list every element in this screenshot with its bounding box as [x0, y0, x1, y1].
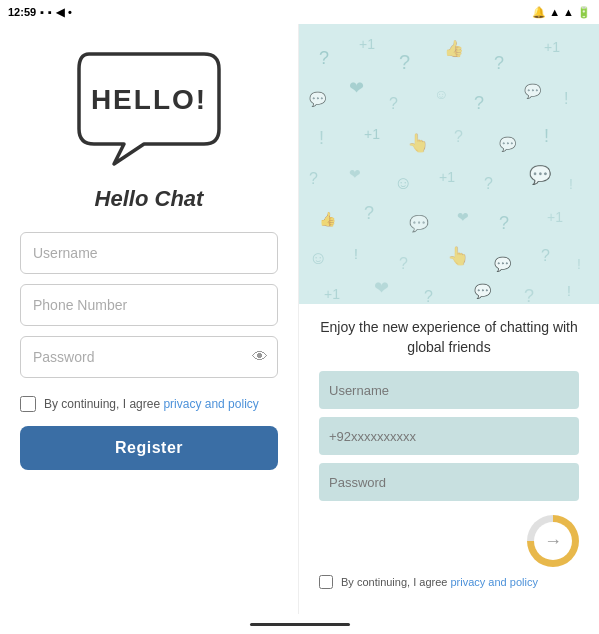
privacy-link[interactable]: privacy and policy: [163, 397, 258, 411]
bell-icon: 🔔: [532, 6, 546, 19]
svg-text:+1: +1: [547, 209, 563, 225]
svg-text:+1: +1: [439, 169, 455, 185]
svg-text:?: ?: [319, 48, 329, 68]
svg-text:HELLO!: HELLO!: [91, 84, 207, 115]
svg-text:?: ?: [309, 170, 318, 187]
username-group: [20, 232, 278, 274]
pattern-area: ? +1 ? 👍 ? +1 💬 ❤ ? ☺ ? 💬 ! ! +1 👆 ? 💬 !: [299, 24, 599, 304]
hello-bubble: HELLO!: [69, 44, 229, 174]
status-right: 🔔 ▲ ▲ 🔋: [532, 6, 591, 19]
svg-text:!: !: [577, 256, 581, 272]
right-password-input[interactable]: [319, 463, 579, 501]
register-button[interactable]: Register: [20, 426, 278, 470]
svg-text:?: ?: [484, 175, 493, 192]
notif-icon: ▪: [40, 6, 44, 18]
svg-text:❤: ❤: [374, 278, 389, 298]
right-username-input[interactable]: [319, 371, 579, 409]
phone-input[interactable]: [20, 284, 278, 326]
svg-text:☺: ☺: [434, 86, 448, 102]
password-input[interactable]: [20, 336, 278, 378]
terms-row: By continuing, I agree privacy and polic…: [20, 396, 278, 412]
svg-text:☺: ☺: [394, 173, 412, 193]
svg-text:!: !: [567, 283, 571, 299]
svg-text:?: ?: [424, 288, 433, 304]
svg-text:+1: +1: [359, 36, 375, 52]
svg-text:☺: ☺: [309, 248, 327, 268]
svg-text:!: !: [544, 126, 549, 146]
svg-text:❤: ❤: [457, 209, 469, 225]
go-btn-wrapper: →: [319, 515, 579, 567]
svg-text:!: !: [319, 128, 324, 148]
main-content: HELLO! Hello Chat 👁 By continuing, I agr…: [0, 24, 599, 614]
right-form-area: Enjoy the new experience of chatting wit…: [299, 304, 599, 614]
svg-text:💬: 💬: [409, 214, 429, 233]
right-phone-input[interactable]: [319, 417, 579, 455]
svg-text:?: ?: [541, 247, 550, 264]
svg-text:💬: 💬: [309, 91, 327, 108]
app-title: Hello Chat: [95, 186, 204, 212]
terms-label: By continuing, I agree privacy and polic…: [44, 397, 259, 411]
username-input[interactable]: [20, 232, 278, 274]
svg-text:💬: 💬: [494, 256, 512, 273]
battery-icon: 🔋: [577, 6, 591, 19]
svg-text:?: ?: [454, 128, 463, 145]
svg-text:💬: 💬: [499, 136, 517, 153]
svg-text:!: !: [564, 90, 568, 107]
svg-text:!: !: [569, 176, 573, 192]
right-terms-row: By continuing, I agree privacy and polic…: [319, 575, 579, 589]
status-left: 12:59 ▪ ▪ ◀ •: [8, 6, 72, 19]
svg-text:?: ?: [364, 203, 374, 223]
svg-text:?: ?: [399, 51, 410, 73]
svg-text:💬: 💬: [524, 83, 542, 100]
svg-text:👍: 👍: [319, 211, 337, 228]
right-terms-label: By continuing, I agree privacy and polic…: [341, 576, 538, 588]
svg-text:❤: ❤: [349, 166, 361, 182]
svg-text:+1: +1: [324, 286, 340, 302]
go-btn-inner: →: [534, 522, 572, 560]
phone-group: [20, 284, 278, 326]
svg-text:💬: 💬: [529, 164, 552, 186]
password-group: 👁: [20, 336, 278, 378]
svg-text:?: ?: [389, 95, 398, 112]
terms-checkbox[interactable]: [20, 396, 36, 412]
right-panel: ? +1 ? 👍 ? +1 💬 ❤ ? ☺ ? 💬 ! ! +1 👆 ? 💬 !: [299, 24, 599, 614]
home-indicator: [250, 623, 350, 626]
right-privacy-link[interactable]: privacy and policy: [450, 576, 537, 588]
toggle-password-icon[interactable]: 👁: [252, 348, 268, 366]
svg-text:👆: 👆: [447, 245, 470, 267]
svg-text:?: ?: [499, 213, 509, 233]
svg-text:💬: 💬: [474, 283, 492, 300]
svg-text:👍: 👍: [444, 39, 464, 58]
go-arrow-icon: →: [544, 531, 562, 552]
signal-icon: ▲: [563, 6, 574, 18]
right-terms-checkbox[interactable]: [319, 575, 333, 589]
tagline: Enjoy the new experience of chatting wit…: [319, 318, 579, 357]
svg-text:❤: ❤: [349, 78, 364, 98]
go-button[interactable]: →: [527, 515, 579, 567]
svg-text:!: !: [354, 246, 358, 262]
msg-icon: ▪: [48, 6, 52, 18]
status-bar: 12:59 ▪ ▪ ◀ • 🔔 ▲ ▲ 🔋: [0, 0, 599, 24]
nav-icon: ◀: [56, 6, 64, 19]
svg-text:+1: +1: [364, 126, 380, 142]
left-panel: HELLO! Hello Chat 👁 By continuing, I agr…: [0, 24, 299, 614]
svg-text:?: ?: [494, 53, 504, 73]
svg-text:?: ?: [524, 286, 534, 304]
time-display: 12:59: [8, 6, 36, 18]
svg-text:?: ?: [399, 255, 408, 272]
bottom-bar: [0, 614, 599, 634]
wifi-icon: ▲: [549, 6, 560, 18]
svg-text:+1: +1: [544, 39, 560, 55]
svg-text:?: ?: [474, 93, 484, 113]
dot-icon: •: [68, 6, 72, 18]
svg-text:👆: 👆: [407, 132, 430, 154]
